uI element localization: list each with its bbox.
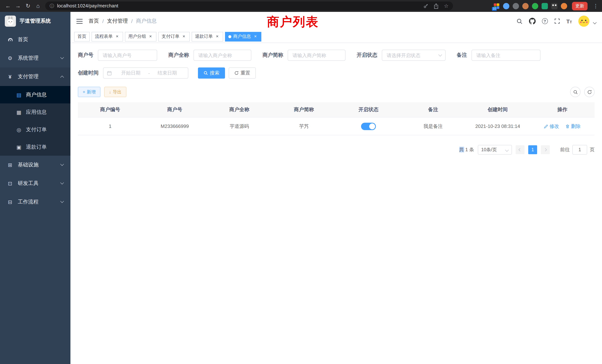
goto-page-input[interactable] bbox=[572, 145, 587, 155]
extension-icon[interactable] bbox=[513, 3, 519, 9]
sidebar-item-merchant-info[interactable]: ▤ 商户信息 bbox=[0, 86, 70, 103]
pagination: 共 1 条 10条/页 1 前往 页 bbox=[78, 145, 595, 155]
tab-user-group[interactable]: 用户分组× bbox=[125, 32, 156, 41]
address-bar[interactable]: ⓘ localhost:1024/pay/merchant ☆ bbox=[45, 1, 453, 10]
search-button[interactable]: 搜索 bbox=[198, 67, 225, 79]
refresh-button[interactable] bbox=[584, 87, 595, 97]
sidebar-item-workflow[interactable]: ⊟ 工作流程 bbox=[0, 193, 70, 211]
extension-icon[interactable] bbox=[532, 3, 538, 9]
tab-merchant-info[interactable]: 商户信息× bbox=[225, 32, 261, 41]
url-text: localhost:1024/pay/merchant bbox=[57, 3, 118, 9]
sidebar-item-pay-order[interactable]: ◎ 支付订单 bbox=[0, 121, 70, 138]
close-icon[interactable]: × bbox=[253, 34, 258, 39]
calendar-icon bbox=[107, 70, 112, 76]
page-size-select[interactable]: 10条/页 bbox=[478, 145, 512, 155]
sidebar-item-system[interactable]: ⚙ 系统管理 bbox=[0, 49, 70, 67]
status-toggle[interactable] bbox=[361, 122, 376, 130]
sidebar-item-label: 工作流程 bbox=[18, 199, 39, 205]
remark-input[interactable] bbox=[472, 50, 540, 61]
sidebar-item-home[interactable]: 首页 bbox=[0, 30, 70, 49]
extension-icon[interactable] bbox=[561, 3, 567, 9]
reload-icon[interactable]: ↻ bbox=[23, 1, 33, 11]
breadcrumb-item-payment[interactable]: 支付管理 bbox=[107, 18, 128, 24]
key-icon[interactable] bbox=[423, 3, 429, 9]
menu-fold-icon[interactable] bbox=[76, 18, 83, 24]
page-number-button[interactable]: 1 bbox=[528, 145, 537, 154]
tab-pay-order[interactable]: 支付订单× bbox=[158, 32, 190, 41]
avatar[interactable] bbox=[578, 16, 589, 27]
extension-icon[interactable] bbox=[522, 3, 529, 9]
add-button[interactable]: + 新增 bbox=[78, 87, 100, 97]
end-date-placeholder[interactable]: 结束日期 bbox=[150, 70, 185, 76]
bookmark-star-icon[interactable]: ☆ bbox=[444, 3, 449, 9]
start-date-placeholder[interactable]: 开始日期 bbox=[113, 70, 148, 76]
toggle-search-button[interactable] bbox=[570, 87, 580, 97]
extension-area: 10 更新 ⋮ bbox=[453, 2, 599, 10]
extension-icon[interactable] bbox=[503, 3, 509, 9]
tab-process-form[interactable]: 流程表单× bbox=[92, 32, 123, 41]
page-content: 商户号 商户全称 商户简称 开启状态 bbox=[70, 43, 602, 364]
sidebar-item-label: 研发工具 bbox=[18, 180, 39, 187]
sidebar-item-label: 系统管理 bbox=[18, 55, 39, 62]
breadcrumb-separator: / bbox=[102, 18, 104, 24]
tags-bar: 首页 流程表单× 用户分组× 支付订单× 退款订单× 商户信息× bbox=[70, 30, 602, 43]
sidebar-item-payment[interactable]: ¥ 支付管理 bbox=[0, 67, 70, 86]
sidebar-item-devtools[interactable]: ⊡ 研发工具 bbox=[0, 174, 70, 193]
share-icon[interactable] bbox=[434, 3, 439, 9]
export-button[interactable]: ↓ 导出 bbox=[104, 87, 126, 97]
chevron-down-icon[interactable] bbox=[593, 20, 597, 24]
sidebar-item-app-info[interactable]: ▦ 应用信息 bbox=[0, 103, 70, 121]
site-info-icon[interactable]: ⓘ bbox=[50, 3, 54, 9]
merchant-short-label: 商户简称 bbox=[262, 52, 283, 59]
merchant-short-input[interactable] bbox=[288, 50, 345, 61]
active-dot bbox=[228, 35, 231, 38]
app-title: 芋道管理系统 bbox=[20, 18, 51, 24]
next-page-button[interactable] bbox=[541, 145, 550, 154]
search-icon[interactable] bbox=[516, 18, 523, 24]
status-label: 开启状态 bbox=[357, 52, 377, 59]
close-icon[interactable]: × bbox=[115, 34, 120, 39]
fullscreen-icon[interactable] bbox=[554, 18, 560, 24]
edit-link[interactable]: 修改 bbox=[544, 123, 559, 129]
sidebar-item-infrastructure[interactable]: ⊞ 基础设施 bbox=[0, 156, 70, 174]
reset-button[interactable]: 重置 bbox=[229, 67, 256, 79]
github-icon[interactable] bbox=[529, 18, 536, 24]
extension-icon[interactable] bbox=[551, 3, 558, 9]
tab-refund-order[interactable]: 退款订单× bbox=[192, 32, 223, 41]
sidebar-item-label: 支付管理 bbox=[18, 73, 39, 80]
home-icon[interactable]: ⌂ bbox=[33, 1, 43, 11]
delete-link[interactable]: 删除 bbox=[566, 123, 581, 129]
tab-home[interactable]: 首页 bbox=[74, 32, 90, 41]
browser-menu-icon[interactable]: ⋮ bbox=[593, 3, 598, 9]
merchant-name-input[interactable] bbox=[194, 50, 251, 61]
sidebar: 芋道管理系统 首页 ⚙ 系统管理 ¥ 支付管理 ▤ bbox=[0, 12, 70, 364]
table-header-cell: 商户全称 bbox=[207, 102, 272, 117]
breadcrumb-item-home[interactable]: 首页 bbox=[89, 18, 99, 24]
breadcrumb-separator: / bbox=[131, 18, 133, 24]
download-icon: ↓ bbox=[109, 89, 111, 95]
merchant-icon: ▤ bbox=[16, 92, 22, 98]
status-select[interactable] bbox=[382, 50, 446, 61]
sidebar-item-refund-order[interactable]: ▣ 退款订单 bbox=[0, 138, 70, 156]
extension-icon[interactable] bbox=[542, 3, 548, 9]
back-icon[interactable]: ← bbox=[3, 1, 13, 11]
sidebar-item-label: 商户信息 bbox=[26, 91, 47, 98]
close-icon[interactable]: × bbox=[148, 34, 153, 39]
date-separator: - bbox=[148, 70, 150, 76]
merchant-no-input[interactable] bbox=[98, 50, 157, 61]
font-size-icon[interactable]: TT bbox=[566, 18, 572, 24]
date-range-picker[interactable]: 开始日期 - 结束日期 bbox=[103, 67, 188, 79]
update-button[interactable]: 更新 bbox=[572, 2, 588, 10]
cell-short-name: 芋艿 bbox=[272, 123, 336, 129]
forward-icon[interactable]: → bbox=[13, 1, 23, 11]
gear-icon: ⚙ bbox=[7, 55, 13, 61]
help-icon[interactable]: ? bbox=[542, 18, 548, 24]
merchant-table: 商户编号 商户号 商户全称 商户简称 开启状态 备注 创建时间 操作 1 M23… bbox=[78, 102, 595, 135]
close-icon[interactable]: × bbox=[181, 34, 186, 39]
page-annotation: 商户列表 bbox=[267, 14, 319, 30]
close-icon[interactable]: × bbox=[215, 34, 220, 39]
yen-icon: ¥ bbox=[7, 74, 13, 80]
prev-page-button[interactable] bbox=[516, 145, 525, 154]
extension-icon[interactable]: 10 bbox=[493, 3, 500, 9]
table-header-cell: 备注 bbox=[401, 102, 466, 117]
